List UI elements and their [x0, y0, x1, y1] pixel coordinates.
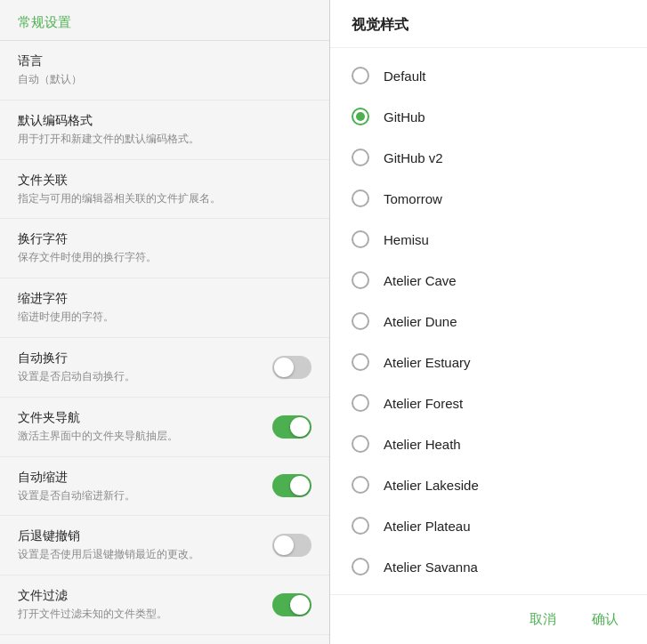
option-label: Hemisu — [384, 232, 429, 247]
setting-desc: 打开文件过滤未知的文件类型。 — [18, 607, 272, 622]
setting-item[interactable]: 后退键撤销设置是否使用后退键撤销最近的更改。 — [0, 516, 329, 576]
setting-title: 换行字符 — [18, 231, 311, 247]
setting-item[interactable]: 自动换行设置是否启动自动换行。 — [0, 338, 329, 398]
option-item[interactable]: Atelier Estuary — [330, 342, 647, 382]
option-label: Atelier Plateau — [384, 519, 471, 534]
setting-title: 自动换行 — [18, 350, 272, 366]
setting-item-text: 后退键撤销设置是否使用后退键撤销最近的更改。 — [18, 528, 272, 562]
option-label: Atelier Savanna — [384, 559, 478, 575]
radio-circle — [352, 517, 369, 535]
setting-item: 语言自动（默认） — [0, 41, 329, 101]
setting-title: 文件过滤 — [18, 588, 272, 604]
option-item[interactable]: Hemisu — [330, 219, 647, 260]
toggle-switch[interactable] — [272, 534, 311, 557]
option-label: Default — [384, 68, 426, 84]
radio-circle — [352, 394, 369, 412]
setting-item-text: 文件过滤打开文件过滤未知的文件类型。 — [18, 588, 272, 622]
option-item[interactable]: Atelier Seaside — [330, 587, 647, 594]
left-panel: 常规设置 语言自动（默认）默认编码格式用于打开和新建文件的默认编码格式。文件关联… — [0, 0, 329, 644]
option-item[interactable]: Atelier Plateau — [330, 505, 647, 546]
confirm-button[interactable]: 确认 — [585, 608, 626, 632]
option-label: Atelier Heath — [384, 437, 461, 452]
modal-title: 视觉样式 — [330, 0, 647, 48]
setting-item-text: 自动缩进设置是否自动缩进新行。 — [18, 470, 272, 503]
radio-circle — [352, 558, 369, 576]
setting-title: 后退键撤销 — [18, 528, 272, 544]
setting-item[interactable]: 文件过滤打开文件过滤未知的文件类型。 — [0, 576, 329, 635]
setting-title: 文件夹导航 — [18, 410, 272, 426]
toggle-knob — [290, 595, 310, 615]
option-item[interactable]: Tomorrow — [330, 178, 647, 219]
setting-item-text: 文件夹导航激活主界面中的文件夹导航抽层。 — [18, 410, 272, 444]
setting-desc: 用于打开和新建文件的默认编码格式。 — [18, 132, 311, 147]
setting-desc: 设置是否启动自动换行。 — [18, 369, 272, 384]
option-item[interactable]: Atelier Dune — [330, 301, 647, 342]
setting-item: 换行字符保存文件时使用的换行字符。 — [0, 219, 329, 278]
setting-desc: 缩进时使用的字符。 — [18, 310, 311, 325]
option-label: Atelier Dune — [384, 314, 457, 329]
setting-title: 文件关联 — [18, 173, 311, 189]
option-label: Atelier Cave — [384, 273, 457, 288]
setting-item-text: 文件关联指定与可用的编辑器相关联的文件扩展名。 — [18, 173, 311, 206]
setting-item-text: 默认编码格式用于打开和新建文件的默认编码格式。 — [18, 113, 311, 147]
toggle-switch[interactable] — [272, 356, 311, 379]
setting-title: 自动缩进 — [18, 470, 272, 486]
radio-circle — [352, 271, 369, 289]
option-item[interactable]: Atelier Savanna — [330, 546, 647, 587]
setting-item-text: 自动换行设置是否启动自动换行。 — [18, 350, 272, 384]
radio-circle — [352, 312, 369, 330]
toggle-knob — [290, 476, 310, 495]
setting-desc: 设置是否自动缩进新行。 — [18, 488, 272, 503]
setting-item: 缩进字符缩进时使用的字符。 — [0, 278, 329, 338]
settings-list: 语言自动（默认）默认编码格式用于打开和新建文件的默认编码格式。文件关联指定与可用… — [0, 41, 329, 635]
option-item[interactable]: Atelier Forest — [330, 382, 647, 423]
option-label: Tomorrow — [384, 191, 442, 206]
option-item[interactable]: Default — [330, 55, 647, 96]
option-label: Atelier Lakeside — [384, 478, 479, 493]
option-label: GitHub — [384, 109, 425, 125]
radio-circle — [352, 67, 369, 85]
setting-item[interactable]: 文件夹导航激活主界面中的文件夹导航抽层。 — [0, 398, 329, 457]
option-item[interactable]: Atelier Lakeside — [330, 464, 647, 505]
option-item[interactable]: Atelier Cave — [330, 260, 647, 301]
option-item[interactable]: GitHub v2 — [330, 137, 647, 178]
toggle-switch[interactable] — [272, 593, 311, 616]
toggle-knob — [274, 358, 294, 377]
setting-desc: 自动（默认） — [18, 72, 311, 87]
toggle-knob — [290, 417, 310, 437]
radio-circle — [352, 149, 369, 166]
setting-desc: 保存文件时使用的换行字符。 — [18, 250, 311, 265]
setting-item: 文件关联指定与可用的编辑器相关联的文件扩展名。 — [0, 160, 329, 220]
setting-desc: 设置是否使用后退键撤销最近的更改。 — [18, 547, 272, 562]
radio-circle — [352, 230, 369, 248]
toggle-knob — [274, 535, 294, 555]
cancel-button[interactable]: 取消 — [522, 608, 563, 632]
radio-circle — [352, 476, 369, 494]
setting-desc: 指定与可用的编辑器相关联的文件扩展名。 — [18, 191, 311, 206]
radio-circle — [352, 435, 369, 453]
option-label: GitHub v2 — [384, 150, 443, 165]
section-header: 常规设置 — [0, 0, 329, 41]
setting-item-text: 语言自动（默认） — [18, 53, 311, 87]
toggle-switch[interactable] — [272, 415, 311, 439]
setting-item[interactable]: 自动缩进设置是否自动缩进新行。 — [0, 457, 329, 517]
option-label: Atelier Forest — [384, 396, 463, 411]
radio-circle — [352, 108, 369, 125]
setting-item-text: 换行字符保存文件时使用的换行字符。 — [18, 231, 311, 265]
toggle-switch[interactable] — [272, 474, 311, 497]
setting-title: 缩进字符 — [18, 291, 311, 307]
modal-actions: 取消 确认 — [330, 594, 647, 644]
options-list: DefaultGitHubGitHub v2TomorrowHemisuAtel… — [330, 48, 647, 594]
setting-title: 默认编码格式 — [18, 113, 311, 129]
radio-circle — [352, 353, 369, 371]
right-panel: 视觉样式 DefaultGitHubGitHub v2TomorrowHemis… — [330, 0, 647, 644]
option-label: Atelier Estuary — [384, 355, 471, 370]
option-item[interactable]: GitHub — [330, 96, 647, 137]
radio-circle — [352, 189, 369, 207]
option-item[interactable]: Atelier Heath — [330, 423, 647, 464]
setting-title: 语言 — [18, 53, 311, 69]
setting-item: 默认编码格式用于打开和新建文件的默认编码格式。 — [0, 101, 329, 160]
setting-item-text: 缩进字符缩进时使用的字符。 — [18, 291, 311, 325]
setting-desc: 激活主界面中的文件夹导航抽层。 — [18, 429, 272, 444]
